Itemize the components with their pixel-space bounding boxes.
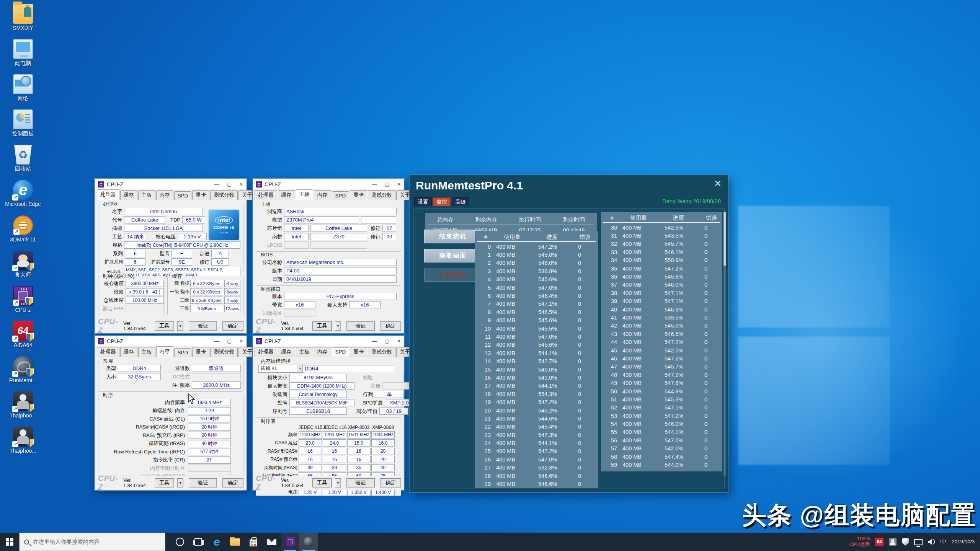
cpuz-tab-SPD[interactable]: SPD xyxy=(332,191,350,200)
minimize-icon[interactable]: — xyxy=(372,338,377,344)
user-tray-icon[interactable] xyxy=(889,538,897,546)
tools-button[interactable]: 工具 xyxy=(155,478,174,487)
cpuz-tab-内存[interactable]: 内存 xyxy=(156,190,173,200)
ok-button[interactable]: 确定 xyxy=(380,321,401,331)
cpuz-tab-SPD[interactable]: SPD xyxy=(174,191,192,200)
desktop-icon-aida64[interactable]: 64↗AIDA64 xyxy=(3,321,43,348)
cpuz-tab-主板[interactable]: 主板 xyxy=(138,190,155,200)
cpuz-tab-SPD[interactable]: SPD xyxy=(174,348,192,357)
maximize-icon[interactable]: ▢ xyxy=(227,181,232,187)
close-icon[interactable]: ✕ xyxy=(714,178,722,189)
minimize-icon[interactable]: — xyxy=(214,181,219,187)
cpuz-tab-主板[interactable]: 主板 xyxy=(296,347,313,357)
cpuz-tab-缓存[interactable]: 缓存 xyxy=(278,190,295,200)
taskbar-runmemtest[interactable] xyxy=(299,533,318,551)
tools-dropdown-icon[interactable]: ▼ xyxy=(177,321,183,331)
desktop-icon-3dmark-11[interactable]: ↗3DMark 11 xyxy=(3,215,43,243)
desktop-icon-microsoft-edge[interactable]: e↗Microsoft Edge xyxy=(3,180,43,207)
desktop-icon-control-panel[interactable]: 控制面板 xyxy=(3,109,43,137)
titlebar[interactable]: CPU-Z —▢✕ xyxy=(253,179,404,189)
tools-button[interactable]: 工具 xyxy=(155,321,174,331)
taskbar-search[interactable] xyxy=(19,533,165,551)
tools-dropdown-icon[interactable]: ▼ xyxy=(335,321,341,331)
cpuz-tab-缓存[interactable]: 缓存 xyxy=(120,190,137,200)
desktop-icon-network[interactable]: 网络 xyxy=(3,74,43,101)
cpuz-tab-处理器[interactable]: 处理器 xyxy=(97,189,119,200)
minimize-icon[interactable]: — xyxy=(214,338,219,344)
taskbar-file-explorer[interactable] xyxy=(226,533,244,551)
desktop-icon-thaiphoon-2[interactable]: ↗Thaiphoo... xyxy=(3,427,43,454)
desktop-icon-cpu-z[interactable]: ↗CPU-z xyxy=(3,286,43,313)
memtest-button-撷取画面[interactable]: 撷取画面 xyxy=(424,249,482,262)
maximize-icon[interactable]: ▢ xyxy=(227,338,232,344)
close-icon[interactable]: ✕ xyxy=(397,338,401,344)
ime-indicator[interactable]: 中 xyxy=(940,538,946,546)
cpuz-tab-SPD[interactable]: SPD xyxy=(332,347,350,357)
scrollbar[interactable] xyxy=(724,212,726,476)
desktop-icon-this-pc[interactable]: 此电脑 xyxy=(3,39,43,66)
cpuz-tab-显卡[interactable]: 显卡 xyxy=(192,347,209,357)
close-icon[interactable]: ✕ xyxy=(397,181,401,187)
memtest-button-结束烧机[interactable]: 结束烧机 xyxy=(424,230,482,243)
cpuz-tab-显卡[interactable]: 显卡 xyxy=(350,347,367,357)
titlebar[interactable]: CPU-Z —▢✕ xyxy=(95,179,247,189)
validate-button[interactable]: 验证 xyxy=(189,321,217,331)
titlebar[interactable]: CPU-Z —▢✕ xyxy=(253,336,404,346)
cpuz-tab-测试分数[interactable]: 测试分数 xyxy=(368,190,395,200)
maximize-icon[interactable]: ▢ xyxy=(385,181,389,187)
titlebar[interactable]: CPU-Z —▢✕ xyxy=(95,336,247,346)
cpuz-tab-缓存[interactable]: 缓存 xyxy=(278,347,295,357)
cpuz-tab-测试分数[interactable]: 测试分数 xyxy=(210,347,238,357)
volume-icon[interactable] xyxy=(928,539,935,544)
ok-button[interactable]: 确定 xyxy=(222,478,243,487)
aida64-tray-icon[interactable]: 64 xyxy=(875,538,884,546)
network-icon[interactable] xyxy=(914,539,923,545)
validate-button[interactable]: 验证 xyxy=(189,478,217,487)
validate-button[interactable]: 验证 xyxy=(346,321,375,331)
validate-button[interactable]: 验证 xyxy=(346,478,375,487)
scrollbar-thumb[interactable] xyxy=(724,212,726,266)
cpuz-tab-内存[interactable]: 内存 xyxy=(314,347,331,357)
taskbar-task-view[interactable] xyxy=(189,533,207,551)
ok-button[interactable]: 确定 xyxy=(222,321,243,331)
tools-dropdown-icon[interactable]: ▼ xyxy=(335,478,341,487)
taskbar-store[interactable] xyxy=(244,533,263,551)
ok-button[interactable]: 确定 xyxy=(380,478,401,487)
cpuz-tab-主板[interactable]: 主板 xyxy=(138,347,155,357)
cpuz-tab-主板[interactable]: 主板 xyxy=(296,189,313,200)
cpuz-tab-处理器[interactable]: 处理器 xyxy=(255,190,277,200)
taskbar-cpuz[interactable] xyxy=(281,533,299,551)
cpuz-tab-内存[interactable]: 内存 xyxy=(156,346,173,357)
close-icon[interactable]: ✕ xyxy=(239,181,243,187)
memtest-tab-设置[interactable]: 设置 xyxy=(414,197,432,206)
cpuz-tab-显卡[interactable]: 显卡 xyxy=(192,190,209,200)
start-button[interactable] xyxy=(0,533,19,551)
clock-date[interactable]: 2019/10/3 xyxy=(952,539,975,545)
defender-shield-icon[interactable] xyxy=(902,538,909,546)
minimize-icon[interactable]: — xyxy=(372,181,377,187)
cpuz-tab-处理器[interactable]: 处理器 xyxy=(97,347,119,357)
taskbar-mail[interactable] xyxy=(263,533,281,551)
slot-select[interactable]: 插槽 #1▼ xyxy=(258,365,304,373)
desktop-icon-thaiphoon-1[interactable]: ↗Thaiphoo... xyxy=(3,391,43,419)
cpuz-tab-测试分数[interactable]: 测试分数 xyxy=(368,347,395,357)
cpuz-tab-测试分数[interactable]: 测试分数 xyxy=(210,190,238,200)
desktop-icon-smxdiy[interactable]: SMXDIY xyxy=(3,4,43,31)
cpuz-tab-显卡[interactable]: 显卡 xyxy=(350,190,367,200)
desktop-icon-ludashi[interactable]: ↗鲁大师 xyxy=(3,251,43,278)
close-icon[interactable]: ✕ xyxy=(239,338,243,344)
maximize-icon[interactable]: ▢ xyxy=(385,338,389,344)
desktop-icon-runmemtest[interactable]: ↗RunMemt... xyxy=(3,356,43,383)
cpuz-tab-内存[interactable]: 内存 xyxy=(314,190,331,200)
taskbar-edge[interactable]: e xyxy=(207,533,226,551)
search-input[interactable] xyxy=(33,539,155,545)
tools-dropdown-icon[interactable]: ▼ xyxy=(177,478,183,487)
tools-button[interactable]: 工具 xyxy=(312,478,332,487)
memtest-tab-高级[interactable]: 高级 xyxy=(452,197,469,206)
memtest-tab-监控[interactable]: 监控 xyxy=(433,197,451,206)
cpuz-tab-缓存[interactable]: 缓存 xyxy=(120,347,137,357)
taskbar-cortana[interactable] xyxy=(171,533,189,551)
tools-button[interactable]: 工具 xyxy=(312,321,332,331)
desktop-icon-recycle-bin[interactable]: ♻回收站 xyxy=(3,145,43,172)
cpuz-tab-处理器[interactable]: 处理器 xyxy=(255,347,277,357)
